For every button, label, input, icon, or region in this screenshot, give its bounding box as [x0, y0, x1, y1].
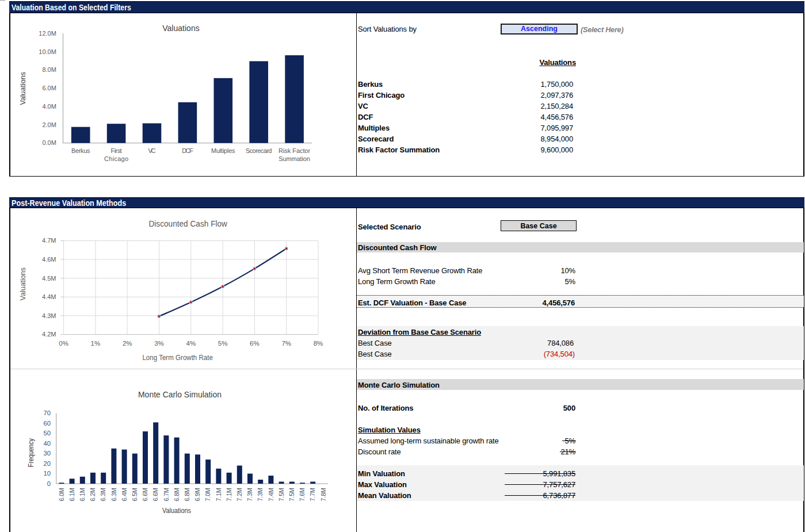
svg-text:6.0M: 6.0M [42, 85, 56, 91]
svg-text:6.6M: 6.6M [152, 488, 159, 501]
svg-text:7.0M: 7.0M [204, 488, 211, 501]
svg-text:6.3M: 6.3M [110, 488, 117, 501]
svg-text:6.9M: 6.9M [194, 488, 201, 501]
svg-text:Valuations: Valuations [162, 507, 191, 515]
svg-text:7.5M: 7.5M [288, 488, 295, 501]
svg-text:Chicago: Chicago [104, 155, 128, 162]
svg-text:6.4M: 6.4M [121, 488, 128, 501]
svg-text:2.0M: 2.0M [42, 121, 56, 128]
svg-text:7.1M: 7.1M [215, 488, 222, 501]
svg-text:6.3M: 6.3M [100, 488, 106, 501]
svg-text:4.6M: 4.6M [42, 256, 56, 263]
svg-text:40: 40 [43, 440, 51, 447]
svg-text:7.4M: 7.4M [268, 488, 274, 501]
svg-text:Long Term Growth Rate: Long Term Growth Rate [142, 353, 213, 362]
svg-text:6.7M: 6.7M [163, 488, 170, 501]
svg-text:Scorecard: Scorecard [246, 147, 272, 154]
svg-text:4.7M: 4.7M [42, 237, 56, 244]
svg-text:6.1M: 6.1M [79, 488, 86, 501]
svg-text:12.0M: 12.0M [39, 30, 56, 37]
svg-text:6.2M: 6.2M [89, 488, 96, 501]
svg-text:10: 10 [43, 470, 51, 477]
svg-text:6.0M: 6.0M [58, 488, 65, 501]
svg-text:6%: 6% [250, 340, 260, 347]
svg-text:Valuations: Valuations [19, 72, 28, 105]
svg-text:2%: 2% [123, 340, 132, 347]
svg-text:20: 20 [43, 460, 51, 467]
svg-text:70: 70 [43, 409, 51, 416]
svg-text:4.5M: 4.5M [42, 275, 56, 282]
svg-text:First: First [111, 147, 122, 154]
svg-text:4.4M: 4.4M [42, 293, 56, 300]
svg-text:7.6M: 7.6M [299, 488, 306, 501]
svg-text:Monte Carlo Simulation: Monte Carlo Simulation [138, 390, 222, 399]
svg-text:4.2M: 4.2M [42, 331, 56, 338]
svg-text:8.0M: 8.0M [42, 66, 56, 73]
svg-text:4.3M: 4.3M [42, 312, 56, 319]
svg-text:6.5M: 6.5M [131, 488, 138, 501]
svg-text:7.2M: 7.2M [236, 488, 243, 501]
svg-text:DCF: DCF [182, 147, 193, 154]
svg-text:7.5M: 7.5M [278, 488, 285, 501]
svg-text:5%: 5% [218, 340, 228, 347]
svg-text:0: 0 [47, 480, 51, 487]
svg-text:4%: 4% [186, 340, 196, 347]
svg-text:60: 60 [43, 420, 51, 427]
svg-text:7.3M: 7.3M [246, 488, 253, 501]
svg-text:7.7M: 7.7M [309, 488, 316, 501]
svg-text:Frequency: Frequency [27, 438, 35, 467]
svg-text:Multiples: Multiples [211, 147, 235, 154]
svg-text:1%: 1% [91, 340, 101, 347]
svg-text:50: 50 [43, 430, 51, 437]
svg-text:0.0M: 0.0M [42, 139, 56, 146]
svg-text:6.1M: 6.1M [68, 488, 75, 501]
svg-text:10.0M: 10.0M [39, 48, 56, 55]
svg-text:Discounted Cash Flow: Discounted Cash Flow [148, 219, 227, 228]
svg-text:8%: 8% [314, 340, 323, 347]
svg-text:0%: 0% [59, 340, 68, 347]
svg-text:Valuations: Valuations [19, 267, 28, 300]
svg-text:7.8M: 7.8M [320, 488, 327, 501]
svg-text:6.6M: 6.6M [142, 488, 148, 501]
svg-text:Berkus: Berkus [71, 147, 90, 154]
svg-text:Summation: Summation [278, 155, 310, 162]
svg-text:3%: 3% [154, 340, 164, 347]
svg-text:4.0M: 4.0M [42, 103, 56, 110]
svg-text:7.3M: 7.3M [257, 488, 264, 501]
svg-text:Risk Factor: Risk Factor [278, 147, 310, 154]
svg-text:VC: VC [148, 147, 156, 154]
svg-text:7%: 7% [281, 340, 291, 347]
svg-text:Valuations: Valuations [162, 23, 200, 33]
svg-text:6.8M: 6.8M [184, 488, 190, 501]
svg-text:7.1M: 7.1M [226, 488, 232, 501]
svg-text:30: 30 [43, 450, 51, 457]
svg-text:6.8M: 6.8M [173, 488, 180, 501]
